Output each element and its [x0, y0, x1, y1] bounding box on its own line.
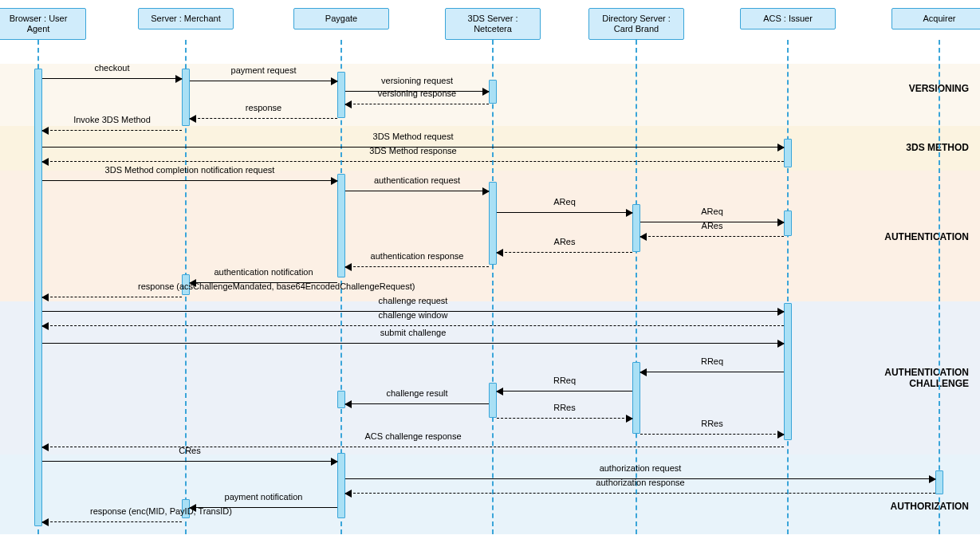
message-label: response (enc(MID, PayID, TransID): [90, 506, 232, 516]
activation-acs: [784, 211, 792, 236]
message: response: [190, 113, 337, 124]
participant-paygate: Paygate: [293, 8, 389, 30]
message-label: RReq: [640, 356, 784, 366]
activation-acs: [784, 139, 792, 167]
message-label: AReq: [640, 207, 784, 216]
arrow-icon: [331, 458, 338, 466]
message-label: Invoke 3DS Method: [42, 115, 182, 124]
arrow-icon: [344, 263, 352, 271]
message-label: RReq: [497, 376, 632, 385]
arrow-icon: [41, 158, 49, 166]
message: response (enc(MID, PayID, TransID): [42, 517, 182, 528]
message-label: RRes: [640, 419, 784, 428]
message: checkout: [42, 73, 182, 85]
arrow-icon: [496, 388, 503, 395]
message: ARes: [640, 231, 784, 242]
arrow-icon: [496, 249, 503, 257]
activation-acquirer: [935, 470, 943, 494]
lifeline-acquirer: [939, 40, 940, 534]
arrow-icon: [331, 177, 338, 185]
lifeline-threeds: [492, 40, 494, 534]
arrow-icon: [777, 340, 785, 348]
message-label: response (acsChallengeMandated, base64En…: [138, 281, 415, 291]
arrow-icon: [344, 400, 352, 408]
activation-paygate: [337, 174, 345, 277]
message: RReq: [640, 367, 784, 378]
message-label: 3DS Method response: [42, 146, 784, 155]
arrow-icon: [640, 368, 647, 376]
message: authorization response: [345, 488, 935, 499]
message-label: payment notification: [190, 492, 337, 502]
arrow-icon: [640, 233, 647, 241]
message-label: challenge request: [42, 296, 784, 305]
phase-label-p5: AUTHORIZATION: [891, 501, 969, 512]
message: submit challenge: [42, 338, 784, 349]
message-label: versioning response: [345, 89, 489, 98]
message: challenge result: [345, 399, 489, 410]
lifeline-acs: [787, 40, 789, 534]
message-label: challenge window: [42, 310, 784, 320]
arrow-icon: [41, 518, 49, 526]
message-label: authentication request: [345, 175, 489, 185]
arrow-icon: [331, 77, 338, 85]
message: RRes: [497, 413, 632, 424]
activation-paygate: [337, 72, 345, 118]
message-label: authorization response: [345, 478, 935, 487]
message-label: 3DS Method request: [42, 132, 784, 141]
activation-directory: [632, 204, 640, 252]
phase-label-p3: AUTHENTICATION: [884, 231, 969, 242]
message-label: authentication response: [345, 251, 489, 261]
message-label: versioning request: [345, 76, 489, 85]
message-label: AReq: [497, 197, 632, 207]
participant-acs: ACS : Issuer: [740, 8, 836, 30]
sequence-diagram: VERSIONING3DS METHODAUTHENTICATIONAUTHEN…: [0, 0, 980, 543]
activation-paygate: [337, 453, 345, 518]
phase-label-p2: 3DS METHOD: [906, 142, 969, 153]
arrow-icon: [482, 187, 490, 195]
message-label: submit challenge: [42, 328, 784, 337]
message-label: authentication notification: [190, 267, 337, 277]
message: payment request: [190, 76, 337, 87]
arrow-icon: [344, 490, 352, 498]
participant-directory: Directory Server : Card Brand: [588, 8, 684, 40]
participant-server: Server : Merchant: [138, 8, 234, 30]
activation-threeds: [489, 80, 497, 104]
message: AReq: [497, 207, 632, 218]
message-label: payment request: [190, 65, 337, 75]
message: ARes: [497, 247, 632, 258]
message-label: CRes: [42, 446, 337, 455]
message-label: checkout: [42, 63, 182, 73]
participant-acquirer: Acquirer: [891, 8, 980, 30]
message-label: RRes: [497, 403, 632, 412]
message: CRes: [42, 456, 337, 467]
arrow-icon: [626, 209, 633, 217]
message: authentication request: [345, 186, 489, 197]
message: 3DS Method completion notification reque…: [42, 175, 337, 187]
message: authentication response: [345, 262, 489, 273]
message-label: authorization request: [345, 463, 935, 473]
message-label: response: [190, 103, 337, 112]
message-label: ACS challenge response: [42, 431, 784, 441]
activation-acs: [784, 303, 792, 440]
arrow-icon: [175, 75, 183, 83]
message-label: challenge result: [345, 388, 489, 398]
message-label: ARes: [497, 237, 632, 246]
message-label: ARes: [640, 221, 784, 230]
message: RReq: [497, 386, 632, 397]
phase-label-p4: AUTHENTICATION CHALLENGE: [884, 367, 969, 389]
arrow-icon: [626, 415, 633, 423]
arrow-icon: [189, 115, 196, 123]
lifeline-directory: [636, 40, 637, 534]
message-label: 3DS Method completion notification reque…: [42, 165, 337, 175]
participant-threeds: 3DS Server : Netcetera: [445, 8, 541, 40]
message: versioning response: [345, 99, 489, 110]
participant-browser: Browser : User Agent: [0, 8, 86, 40]
arrow-icon: [344, 100, 352, 108]
